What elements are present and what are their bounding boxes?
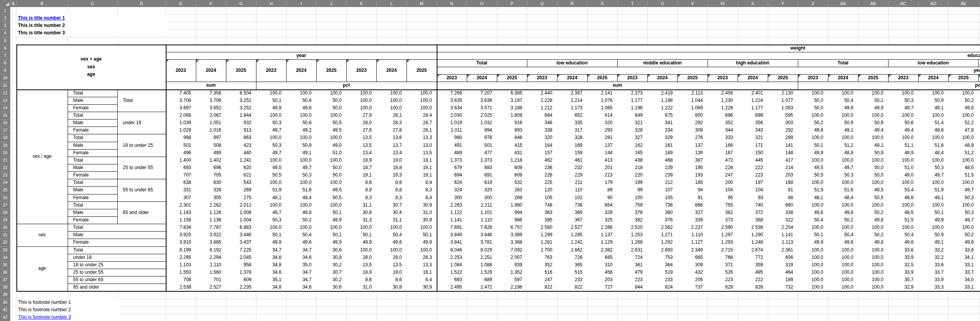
data-cell-r32c22[interactable]: 49,6 [828, 239, 858, 246]
column-header-S[interactable]: S [587, 0, 617, 7]
data-cell-r22c15[interactable]: 218 [617, 164, 647, 171]
data-cell-r30c0[interactable]: 7.834 [166, 224, 196, 231]
data-cell-r37c8[interactable]: 8,4 [407, 276, 437, 284]
data-cell-r38c26[interactable]: 33,1 [948, 284, 978, 291]
data-cell-r32c3[interactable]: 49,9 [256, 239, 286, 246]
row-header-15[interactable]: 15 [0, 112, 10, 119]
data-cell-r34c5[interactable]: 30,8 [316, 254, 346, 261]
data-cell-r16c19[interactable]: 356 [738, 119, 768, 127]
data-cell-r32c4[interactable]: 49,6 [286, 239, 316, 246]
stub-age-label[interactable]: 18 to under 25 [117, 134, 166, 156]
data-cell-r35c22[interactable]: 100,0 [828, 261, 858, 269]
data-cell-r38c3[interactable]: 34,8 [256, 284, 286, 291]
data-cell-r20c4[interactable]: 49,1 [286, 149, 316, 157]
row-header-30[interactable]: 30 [0, 224, 10, 231]
data-cell-r32c20[interactable]: 1.113 [768, 239, 798, 246]
data-cell-r15c20[interactable]: 595 [768, 112, 798, 119]
row-header-39[interactable]: 39 [0, 291, 10, 298]
column-header-W[interactable]: W [708, 0, 738, 7]
data-cell-r23c17[interactable]: 193 [677, 171, 708, 179]
data-cell-r12c1[interactable]: 7.358 [196, 89, 226, 97]
data-cell-r31c8[interactable]: 50,1 [407, 231, 437, 239]
data-cell-r17c15[interactable]: 328 [617, 127, 647, 134]
row-header-19[interactable]: 19 [0, 142, 10, 149]
data-cell-r24c11[interactable]: 532 [497, 179, 527, 186]
stub-sex-label[interactable]: Female [68, 194, 117, 202]
row-header-18[interactable]: 18 [0, 134, 10, 141]
data-cell-r33c21[interactable]: 100,0 [798, 246, 828, 254]
data-cell-r27c21[interactable]: 100,0 [798, 202, 828, 209]
data-cell-r36c1[interactable]: 1.560 [196, 269, 226, 276]
data-cell-r32c9[interactable]: 3.841 [437, 239, 467, 246]
data-cell-r22c4[interactable]: 49,7 [286, 164, 316, 171]
data-cell-r19c25[interactable]: 51,6 [918, 142, 948, 149]
data-cell-r13c10[interactable]: 3.636 [467, 97, 497, 104]
data-cell-r34c7[interactable]: 28,0 [376, 254, 407, 261]
data-cell-r22c10[interactable]: 683 [467, 164, 497, 171]
data-cell-r19c3[interactable]: 50,3 [256, 142, 286, 149]
data-cell-r22c16[interactable]: 229 [647, 164, 677, 171]
row-header-41[interactable]: 41 [0, 306, 10, 314]
column-header-B[interactable]: B [16, 0, 68, 7]
data-cell-r37c12[interactable]: 247 [527, 276, 557, 284]
data-cell-r14c10[interactable]: 3.571 [467, 104, 497, 112]
data-cell-r13c16[interactable]: 1.198 [647, 97, 677, 104]
data-cell-r19c10[interactable]: 501 [467, 142, 497, 149]
data-cell-r28c10[interactable]: 1.101 [467, 209, 497, 216]
row-header-14[interactable]: 14 [0, 104, 10, 112]
data-cell-r29c10[interactable]: 1.110 [467, 216, 497, 224]
data-cell-r14c22[interactable]: 49,6 [828, 104, 858, 112]
data-cell-r28c26[interactable]: 50,3 [948, 209, 978, 216]
column-header-X[interactable]: X [738, 0, 768, 7]
data-cell-r31c16[interactable]: 1.271 [647, 231, 677, 239]
data-cell-r36c23[interactable]: 100,0 [858, 269, 888, 276]
data-cell-r29c18[interactable]: 373 [708, 216, 738, 224]
data-cell-r38c7[interactable]: 30,8 [376, 284, 407, 291]
data-cell-r33c6[interactable]: 100,0 [346, 246, 376, 254]
data-cell-r28c0[interactable]: 1.143 [166, 209, 196, 216]
data-cell-r17c7[interactable]: 27,8 [376, 127, 407, 134]
data-cell-r12c2[interactable]: 6.504 [226, 89, 256, 97]
data-cell-r28c19[interactable]: 372 [738, 209, 768, 216]
data-cell-r32c11[interactable]: 3.368 [497, 239, 527, 246]
data-cell-r22c13[interactable]: 232 [557, 164, 587, 171]
data-cell-r27c4[interactable]: 100,0 [286, 202, 316, 209]
data-cell-r38c11[interactable]: 2.196 [497, 284, 527, 291]
row-header-31[interactable]: 31 [0, 231, 10, 239]
data-cell-r28c9[interactable]: 1.122 [437, 209, 467, 216]
data-cell-r32c13[interactable]: 1.242 [557, 239, 587, 246]
stub-sex-label[interactable]: Male [68, 164, 117, 171]
data-cell-r17c9[interactable]: 1.011 [437, 127, 467, 134]
data-cell-r22c20[interactable]: 214 [768, 164, 798, 171]
data-cell-r17c10[interactable]: 994 [467, 127, 497, 134]
stub-age-label[interactable]: Total [68, 246, 166, 254]
data-cell-r38c23[interactable]: 100,0 [858, 284, 888, 291]
data-cell-r33c26[interactable]: 33,6 [948, 246, 978, 254]
data-cell-r28c21[interactable]: 49,6 [798, 209, 828, 216]
data-cell-r33c16[interactable]: 2.693 [647, 246, 677, 254]
data-cell-r28c14[interactable]: 329 [587, 209, 617, 216]
data-cell-r22c11[interactable]: 609 [497, 164, 527, 171]
data-cell-r36c21[interactable]: 100,0 [798, 269, 828, 276]
data-cell-r17c14[interactable]: 293 [587, 127, 617, 134]
data-cell-r29c11[interactable]: 986 [497, 216, 527, 224]
data-cell-r12c24[interactable]: 100,0 [888, 89, 918, 97]
data-cell-r24c16[interactable]: 212 [647, 179, 677, 186]
column-header-J[interactable]: J [316, 0, 346, 7]
data-cell-r30c12[interactable]: 2.580 [527, 224, 557, 231]
data-cell-r13c11[interactable]: 3.197 [497, 97, 527, 104]
data-cell-r31c1[interactable]: 3.922 [196, 231, 226, 239]
data-cell-r20c0[interactable]: 496 [166, 149, 196, 157]
data-cell-r31c11[interactable]: 3.389 [497, 231, 527, 239]
data-cell-r12c8[interactable]: 100,0 [407, 89, 437, 97]
data-cell-r25c13[interactable]: 110 [557, 186, 587, 194]
data-cell-r18c13[interactable]: 328 [557, 134, 587, 141]
data-cell-r18c24[interactable]: 100,0 [888, 134, 918, 141]
data-cell-r19c21[interactable]: 50,1 [798, 142, 828, 149]
data-cell-r33c25[interactable]: 33,2 [918, 246, 948, 254]
column-header-L[interactable]: L [376, 0, 407, 7]
data-cell-r33c1[interactable]: 8.192 [196, 246, 226, 254]
data-cell-r30c11[interactable]: 6.757 [497, 224, 527, 231]
data-cell-r31c17[interactable]: 1.110 [677, 231, 708, 239]
data-cell-r27c11[interactable]: 1.980 [497, 202, 527, 209]
